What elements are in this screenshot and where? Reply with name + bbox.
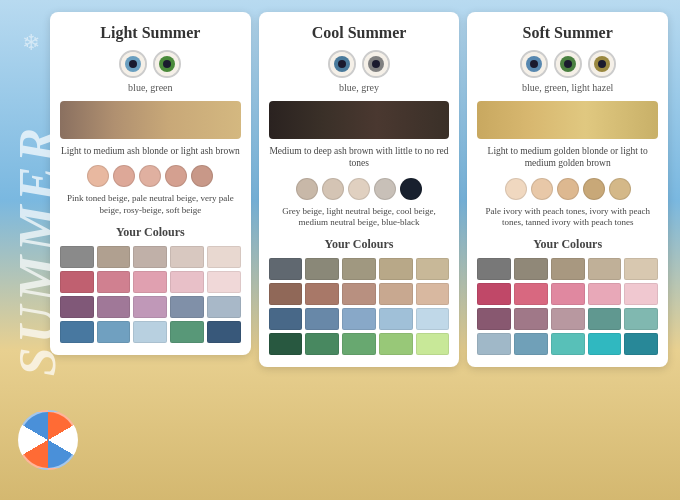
colour-cell-17: [551, 333, 585, 355]
card-cool-summer: Cool Summerblue, greyMedium to deep ash …: [259, 12, 460, 367]
colour-cell-5: [269, 283, 303, 305]
eye-0: [328, 50, 356, 78]
skin-dot-3: [374, 178, 396, 200]
colour-cell-18: [588, 333, 622, 355]
colour-cell-6: [97, 271, 131, 293]
colour-cell-19: [207, 321, 241, 343]
colour-cell-11: [514, 308, 548, 330]
colour-cell-4: [207, 246, 241, 268]
eye-pupil: [129, 60, 137, 68]
colour-cell-7: [133, 271, 167, 293]
colour-cell-12: [342, 308, 376, 330]
colour-cell-14: [207, 296, 241, 318]
hair-swatch: [269, 101, 450, 139]
colour-cell-2: [551, 258, 585, 280]
colour-cell-14: [624, 308, 658, 330]
skin-dot-0: [87, 165, 109, 187]
colour-cell-8: [588, 283, 622, 305]
your-colours-label: Your Colours: [477, 237, 658, 252]
cards-container: Light Summerblue, greenLight to medium a…: [0, 0, 680, 500]
skin-dot-4: [609, 178, 631, 200]
colour-cell-0: [269, 258, 303, 280]
colour-cell-18: [170, 321, 204, 343]
card-light-summer: Light Summerblue, greenLight to medium a…: [50, 12, 251, 355]
skin-dot-1: [531, 178, 553, 200]
skin-swatches: [60, 165, 241, 187]
skin-dot-0: [505, 178, 527, 200]
skin-description: Pink toned beige, pale neutral beige, ve…: [60, 193, 241, 216]
colour-cell-0: [477, 258, 511, 280]
colour-grid: [477, 258, 658, 355]
eye-label: blue, green: [60, 82, 241, 93]
colour-cell-4: [416, 258, 450, 280]
eye-label: blue, grey: [269, 82, 450, 93]
hair-swatch: [477, 101, 658, 139]
colour-cell-6: [305, 283, 339, 305]
card-title-light-summer: Light Summer: [60, 24, 241, 42]
eye-0: [520, 50, 548, 78]
colour-cell-13: [379, 308, 413, 330]
skin-dot-1: [113, 165, 135, 187]
colour-cell-4: [624, 258, 658, 280]
skin-dot-2: [557, 178, 579, 200]
skin-dot-2: [139, 165, 161, 187]
eye-pupil: [163, 60, 171, 68]
skin-dot-3: [583, 178, 605, 200]
colour-cell-13: [170, 296, 204, 318]
colour-cell-17: [133, 321, 167, 343]
card-soft-summer: Soft Summerblue, green, light hazelLight…: [467, 12, 668, 367]
skin-dot-4: [400, 178, 422, 200]
colour-cell-9: [207, 271, 241, 293]
skin-dot-1: [322, 178, 344, 200]
colour-cell-8: [379, 283, 413, 305]
eye-1: [554, 50, 582, 78]
card-title-cool-summer: Cool Summer: [269, 24, 450, 42]
colour-cell-7: [342, 283, 376, 305]
colour-cell-19: [416, 333, 450, 355]
colour-cell-10: [477, 308, 511, 330]
colour-cell-2: [133, 246, 167, 268]
eye-0: [119, 50, 147, 78]
colour-grid: [269, 258, 450, 355]
colour-cell-7: [551, 283, 585, 305]
skin-dot-3: [165, 165, 187, 187]
colour-cell-14: [416, 308, 450, 330]
colour-cell-1: [514, 258, 548, 280]
skin-description: Grey beige, light neutral beige, cool be…: [269, 206, 450, 229]
skin-swatches: [477, 178, 658, 200]
eye-pupil: [338, 60, 346, 68]
summer-watermark: SUMMER: [8, 124, 67, 376]
eye-pupil: [372, 60, 380, 68]
eye-label: blue, green, light hazel: [477, 82, 658, 93]
colour-cell-18: [379, 333, 413, 355]
colour-cell-15: [269, 333, 303, 355]
eyes-row: [477, 50, 658, 78]
skin-dot-4: [191, 165, 213, 187]
hair-swatch: [60, 101, 241, 139]
colour-cell-3: [588, 258, 622, 280]
colour-cell-9: [416, 283, 450, 305]
colour-cell-1: [305, 258, 339, 280]
colour-grid: [60, 246, 241, 343]
colour-cell-12: [133, 296, 167, 318]
eye-pupil: [530, 60, 538, 68]
your-colours-label: Your Colours: [269, 237, 450, 252]
colour-cell-11: [97, 296, 131, 318]
colour-cell-3: [170, 246, 204, 268]
snowflake-decoration: ❄: [22, 30, 40, 56]
colour-cell-15: [477, 333, 511, 355]
beach-ball-decoration: [18, 410, 78, 470]
hair-description: Medium to deep ash brown with little to …: [269, 145, 450, 170]
eye-1: [362, 50, 390, 78]
your-colours-label: Your Colours: [60, 225, 241, 240]
colour-cell-2: [342, 258, 376, 280]
colour-cell-6: [514, 283, 548, 305]
colour-cell-13: [588, 308, 622, 330]
skin-swatches: [269, 178, 450, 200]
skin-dot-0: [296, 178, 318, 200]
hair-description: Light to medium golden blonde or light t…: [477, 145, 658, 170]
colour-cell-3: [379, 258, 413, 280]
hair-description: Light to medium ash blonde or light ash …: [60, 145, 241, 157]
eye-pupil: [598, 60, 606, 68]
colour-cell-11: [305, 308, 339, 330]
